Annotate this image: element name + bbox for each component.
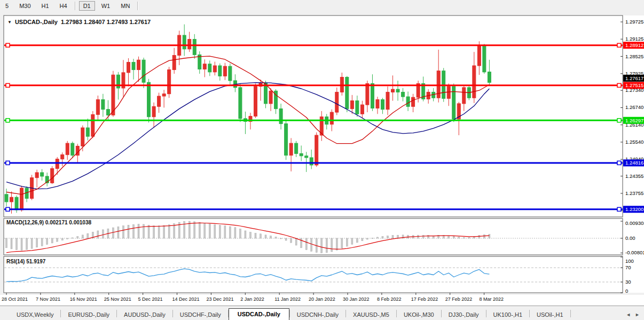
macd-histogram-bar [61,238,63,240]
macd-histogram-bar [199,222,200,238]
time-axis-label: 2 Jan 2022 [240,296,264,302]
bull-candle [350,101,354,109]
macd-histogram-bar [46,238,48,245]
bull-candle [172,56,176,70]
macd-histogram-bar [270,236,272,238]
bear-candle [279,109,282,124]
line-drag-handle[interactable] [617,161,621,165]
macd-histogram-bar [41,238,43,246]
time-axis-label: 5 Dec 2021 [138,296,163,302]
macd-histogram-bar [122,226,124,238]
macd-histogram-bar [245,231,246,238]
macd-axis-label: 0.009303 [625,220,644,226]
macd-axis-label: -0.008013 [625,249,644,255]
macd-histogram-bar [204,223,206,238]
chevron-down-icon: ▼ [7,20,12,25]
macd-histogram-bar [174,224,175,238]
time-axis-label: 17 Feb 2022 [411,296,438,302]
svg-text:1.28912: 1.28912 [625,42,643,48]
line-drag-handle[interactable] [617,207,621,211]
macd-histogram-bar [341,238,343,248]
chart-tab-eurusd-daily[interactable]: EURUSD-,Daily [61,309,116,320]
macd-histogram-bar [57,238,58,241]
line-drag-handle[interactable] [6,161,10,165]
macd-histogram-bar [153,226,155,238]
bear-candle [193,40,196,55]
macd-histogram-bar [194,222,195,238]
macd-histogram-bar [219,225,221,238]
macd-histogram-bar [168,225,170,238]
chart-tab-usdx-weekly[interactable]: USDX,Weekly [10,309,60,320]
bull-candle [223,66,226,76]
line-drag-handle[interactable] [6,43,10,47]
level-price-tag: 1.27515 [623,82,644,89]
bull-candle [61,155,64,159]
macd-histogram-bar [280,238,282,239]
macd-histogram-bar [158,226,160,238]
macd-histogram-bar [336,238,337,250]
bear-candle [295,143,298,153]
chart-tab-xauusd-m5[interactable]: XAUUSD-,M5 [346,309,396,320]
bear-candle [371,83,374,108]
macd-histogram-bar [331,238,333,252]
bear-candle [381,99,384,109]
chart-tab-audusd-daily[interactable]: AUDUSD-,Daily [117,309,172,320]
macd-label: MACD(12,26,9) [6,220,44,225]
macd-histogram-bar [102,230,104,238]
chart-tab-usdcad-daily[interactable]: USDCAD-,Daily [229,308,289,320]
price-axis-label: 1.29125 [625,36,643,42]
rsi-pane[interactable] [4,256,623,293]
bull-candle [335,92,339,112]
bear-candle [285,124,288,155]
macd-histogram-bar [392,236,394,238]
macd-histogram-bar [163,225,165,238]
macd-histogram-bar [478,236,480,238]
rsi-axis-label: 0 [625,288,628,294]
bear-candle [488,72,491,83]
chart-canvas[interactable]: 1.297251.291251.285251.279251.273401.267… [0,0,644,306]
svg-text:1.26297: 1.26297 [625,118,643,123]
bull-candle [376,99,379,108]
macd-histogram-bar [112,228,114,238]
bull-candle [477,45,481,66]
tab-separator [570,310,571,317]
bull-candle [188,40,191,49]
tab-scroll-right-icon[interactable]: ► [635,312,640,317]
price-axis-label: 1.25540 [625,139,643,145]
macd-histogram-bar [265,235,266,238]
macd-histogram-bar [224,226,226,238]
line-drag-handle[interactable] [617,43,621,47]
macd-histogram-bar [97,231,99,238]
macd-histogram-bar [209,224,210,238]
bull-candle [20,188,23,210]
line-drag-handle[interactable] [617,83,621,87]
macd-histogram-bar [117,227,119,238]
macd-histogram-bar [376,237,378,238]
chart-tab-uk100-h1[interactable]: UK100-,H1 [486,309,529,320]
bear-candle [5,194,8,202]
macd-histogram-bar [305,238,307,250]
chart-tab-usdchf-daily[interactable]: USDCHF-,Daily [173,309,228,320]
macd-histogram-bar [453,236,454,238]
line-drag-handle[interactable] [617,119,621,122]
bull-candle [386,92,389,109]
chart-tab-dj30-daily[interactable]: DJ30-,Daily [442,309,486,320]
chart-tab-usoil-h1[interactable]: USOil-,H1 [530,309,570,320]
chart-tab-ukoil-m30[interactable]: UKOil-,M30 [397,309,441,320]
tab-scroll-left-icon[interactable]: ◄ [626,312,631,317]
macd-histogram-bar [351,238,353,244]
macd-histogram-bar [301,238,302,248]
bear-candle [71,143,74,155]
level-price-tag: 1.23200 [623,206,644,213]
time-axis-label: 16 Nov 2021 [70,296,97,302]
line-drag-handle[interactable] [6,83,10,87]
bull-candle [360,105,364,114]
svg-text:1.27617: 1.27617 [625,75,643,81]
bear-candle [310,158,313,165]
macd-histogram-bar [366,238,368,239]
chart-tab-usdcnh-daily[interactable]: USDCNH-,Daily [290,309,345,320]
macd-histogram-bar [372,238,373,239]
line-drag-handle[interactable] [6,119,10,122]
macd-histogram-bar [128,225,129,238]
line-drag-handle[interactable] [6,207,10,211]
